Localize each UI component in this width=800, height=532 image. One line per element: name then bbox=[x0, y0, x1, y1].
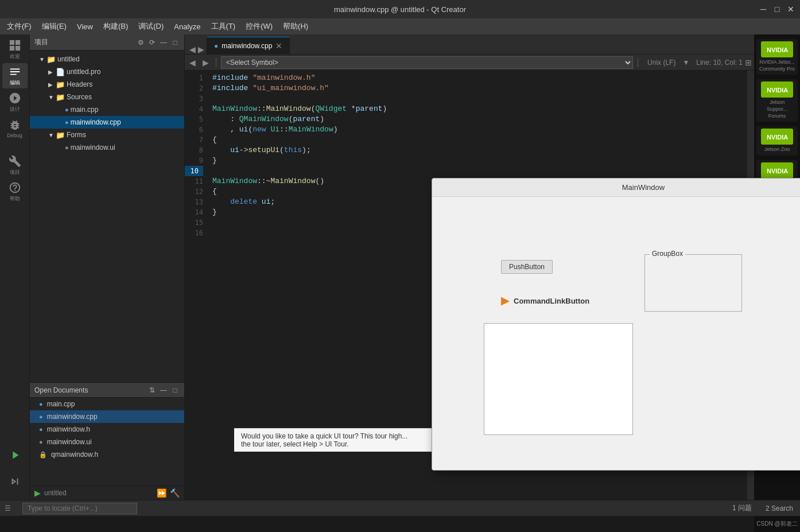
run-button[interactable] bbox=[2, 442, 28, 468]
split-editor-icon[interactable]: ⊞ bbox=[745, 58, 752, 67]
od-main-cpp[interactable]: ● main.cpp bbox=[30, 398, 184, 410]
menu-build[interactable]: 构建(B) bbox=[99, 20, 133, 33]
open-docs-controls: ⇅ — □ bbox=[147, 386, 180, 395]
locate-input[interactable] bbox=[22, 503, 137, 514]
collapse-icon[interactable]: — bbox=[159, 38, 168, 47]
nav-forward-icon[interactable]: ▶ bbox=[200, 57, 211, 68]
menu-file[interactable]: 文件(F) bbox=[2, 20, 36, 33]
issues-tab[interactable]: 1 问题 bbox=[728, 503, 756, 513]
od-qmainwindow-h-label: qmainwindow.h bbox=[51, 451, 98, 459]
folder-icon-sources: 📁 bbox=[56, 93, 65, 102]
sync-icon[interactable]: ⟳ bbox=[147, 38, 157, 47]
sidebar-hammer-button[interactable]: 🔨 bbox=[170, 488, 180, 498]
svg-rect-1 bbox=[15, 40, 20, 44]
sidebar-item-design[interactable]: 设计 bbox=[2, 90, 28, 115]
menu-analyze[interactable]: Analyze bbox=[169, 21, 205, 32]
sidebar-item-help[interactable]: 帮助 bbox=[2, 179, 28, 204]
encoding-dropdown-icon[interactable]: ▼ bbox=[682, 59, 689, 67]
file-icon-main-cpp: ● bbox=[65, 106, 69, 113]
minimize-button[interactable]: ─ bbox=[759, 5, 768, 14]
tree-item-sources[interactable]: ▼ 📁 Sources bbox=[30, 91, 184, 103]
menu-view[interactable]: View bbox=[72, 21, 98, 32]
command-link-button[interactable]: ▶ CommandLinkButton bbox=[501, 294, 589, 307]
menu-tools[interactable]: 工具(T) bbox=[207, 20, 240, 33]
nvidia-card-community[interactable]: NVIDIA NVIDIA Jetso...Community Pro bbox=[756, 39, 798, 75]
tree-arrow-headers: ▶ bbox=[48, 81, 54, 88]
filter-icon[interactable]: ⚙ bbox=[136, 38, 145, 47]
menu-controls[interactable]: 控件(W) bbox=[241, 20, 277, 33]
sidebar-item-help-label: 帮助 bbox=[10, 195, 20, 203]
sidebar-item-welcome-label: 欢迎 bbox=[10, 53, 20, 60]
tab-nav-back[interactable]: ◀ bbox=[189, 45, 196, 54]
nvidia-card-forums[interactable]: NVIDIA Jetson Suppor...Forums bbox=[756, 79, 798, 122]
file-icon-pro: 📄 bbox=[56, 68, 65, 76]
od-sort-icon[interactable]: ⇅ bbox=[147, 386, 157, 395]
open-docs-header: Open Documents ⇅ — □ bbox=[30, 383, 184, 398]
groupbox: GroupBox bbox=[644, 254, 742, 312]
dialog-textbox[interactable] bbox=[484, 323, 633, 435]
expand-icon[interactable]: □ bbox=[170, 38, 180, 47]
editor-area: ◀ ▶ ● mainwindow.cpp ✕ ◀ ▶ <Select Symbo… bbox=[185, 34, 754, 500]
nav-back-icon[interactable]: ◀ bbox=[187, 57, 198, 68]
main-layout: 欢迎 编辑 设计 Debug 项目 帮助 bbox=[0, 34, 800, 500]
od-mainwindow-cpp[interactable]: ● mainwindow.cpp bbox=[30, 410, 184, 423]
csdn-label: CSDN @郭老二 bbox=[756, 520, 797, 528]
tree-item-untitled-pro[interactable]: ▶ 📄 untitled.pro bbox=[30, 65, 184, 78]
tree-item-mainwindow-cpp[interactable]: ● mainwindow.cpp bbox=[30, 116, 184, 129]
nvidia-logo-1: NVIDIA bbox=[761, 41, 793, 57]
od-mainwindow-ui[interactable]: ● mainwindow.ui bbox=[30, 436, 184, 448]
title-bar: mainwindow.cpp @ untitled - Qt Creator ─… bbox=[0, 0, 800, 18]
nvidia-card-zoo[interactable]: NVIDIA Jetson Zoo bbox=[756, 126, 798, 156]
sidebar-item-project[interactable]: 项目 bbox=[2, 153, 28, 178]
cmd-arrow-icon: ▶ bbox=[501, 294, 509, 307]
editor-toolbar: ◀ ▶ <Select Symbol> Unix (LF) ▼ Line: 10… bbox=[185, 55, 754, 71]
project-header: 项目 ⚙ ⟳ — □ bbox=[30, 34, 184, 51]
pushbutton[interactable]: PushButton bbox=[501, 260, 553, 274]
tree-item-headers[interactable]: ▶ 📁 Headers bbox=[30, 78, 184, 91]
tree-item-mainwindow-ui[interactable]: ● mainwindow.ui bbox=[30, 141, 184, 154]
notification-subtext: the tour later, select Help > UI Tour. bbox=[241, 440, 349, 448]
sidebar-item-debug[interactable]: Debug bbox=[2, 116, 28, 141]
tree-item-main-cpp[interactable]: ● main.cpp bbox=[30, 103, 184, 116]
file-tree: ▼ 📁 untitled ▶ 📄 untitled.pro ▶ 📁 Header… bbox=[30, 51, 184, 382]
tree-item-forms[interactable]: ▼ 📁 Forms bbox=[30, 129, 184, 141]
od-mainwindow-h[interactable]: ● mainwindow.h bbox=[30, 423, 184, 436]
od-qmainwindow-h[interactable]: 🔒 qmainwindow.h bbox=[30, 448, 184, 461]
dialog-body: PushButton GroupBox ▶ CommandLinkButton bbox=[432, 197, 800, 470]
step-button[interactable] bbox=[2, 469, 28, 494]
menu-bar: 文件(F) 编辑(E) View 构建(B) 调试(D) Analyze 工具(… bbox=[0, 18, 800, 34]
tree-item-untitled[interactable]: ▼ 📁 untitled bbox=[30, 53, 184, 65]
line-col-info: Line: 10, Col: 1 bbox=[696, 59, 743, 67]
sidebar-item-edit-label: 编辑 bbox=[10, 79, 20, 87]
tab-mainwindow-cpp[interactable]: ● mainwindow.cpp ✕ bbox=[207, 37, 290, 54]
sidebar-item-welcome[interactable]: 欢迎 bbox=[2, 37, 28, 62]
menu-help[interactable]: 帮助(H) bbox=[278, 20, 313, 33]
folder-icon-forms: 📁 bbox=[56, 131, 65, 139]
menu-debug[interactable]: 调试(D) bbox=[134, 20, 168, 33]
dialog-title: MainWindow bbox=[465, 183, 800, 192]
sidebar-run-button[interactable]: ▶ bbox=[34, 488, 41, 498]
od-mainwindow-h-label: mainwindow.h bbox=[47, 425, 90, 433]
sidebar-item-edit[interactable]: 编辑 bbox=[2, 63, 28, 88]
nvidia-logo-4: NVIDIA bbox=[761, 162, 793, 178]
maximize-button[interactable]: □ bbox=[772, 5, 782, 14]
tree-arrow-sources: ▼ bbox=[48, 94, 54, 100]
close-button[interactable]: ✕ bbox=[786, 5, 795, 14]
menu-edit[interactable]: 编辑(E) bbox=[37, 20, 71, 33]
sidebar-step-button[interactable]: ⏩ bbox=[157, 488, 166, 498]
groupbox-title: GroupBox bbox=[650, 250, 685, 258]
search-tab[interactable]: 2 Search bbox=[761, 504, 798, 512]
panel-toggle-icon[interactable]: ☰ bbox=[2, 504, 13, 512]
folder-icon-untitled: 📁 bbox=[46, 55, 56, 64]
symbol-select[interactable]: <Select Symbol> bbox=[221, 56, 633, 69]
sidebar: 项目 ⚙ ⟳ — □ ▼ 📁 untitled ▶ 📄 untitled.pro bbox=[30, 34, 185, 500]
od-close-icon[interactable]: □ bbox=[170, 386, 180, 395]
tree-label-mainwindow-ui: mainwindow.ui bbox=[71, 143, 115, 152]
folder-icon-headers: 📁 bbox=[56, 80, 65, 89]
file-icon-mainwindow-cpp: ● bbox=[65, 119, 69, 126]
tab-close-button[interactable]: ✕ bbox=[275, 41, 282, 51]
od-collapse-icon[interactable]: — bbox=[159, 386, 168, 395]
sidebar-run-section: ▶ untitled ⏩ 🔨 bbox=[30, 486, 184, 500]
tree-label-pro: untitled.pro bbox=[67, 68, 100, 76]
tab-nav-forward[interactable]: ▶ bbox=[198, 45, 204, 54]
